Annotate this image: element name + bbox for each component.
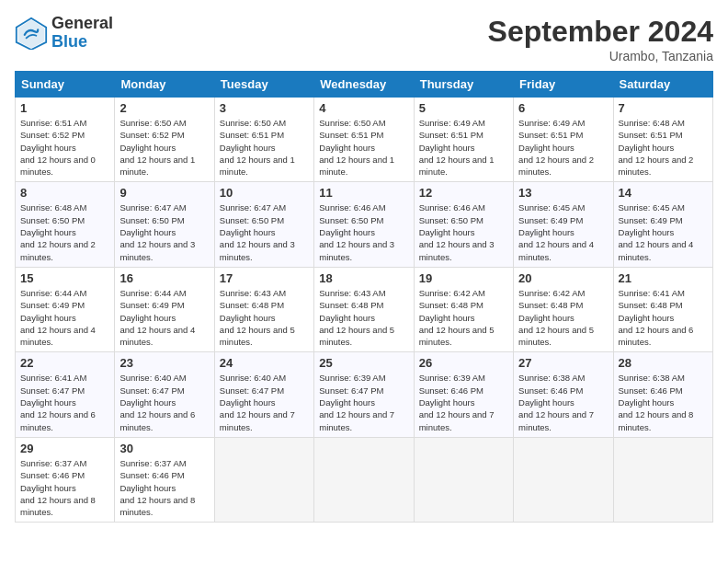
- calendar-cell: 16 Sunrise: 6:44 AM Sunset: 6:49 PM Dayl…: [115, 267, 214, 351]
- calendar-cell: 22 Sunrise: 6:41 AM Sunset: 6:47 PM Dayl…: [16, 352, 115, 437]
- calendar-cell: 5 Sunrise: 6:49 AM Sunset: 6:51 PM Dayli…: [414, 98, 513, 182]
- day-number: 26: [419, 356, 508, 370]
- day-number: 16: [119, 271, 209, 285]
- header-row: Sunday Monday Tuesday Wednesday Thursday…: [16, 72, 713, 98]
- calendar-cell: 15 Sunrise: 6:44 AM Sunset: 6:49 PM Dayl…: [16, 267, 115, 351]
- calendar-cell: 6 Sunrise: 6:49 AM Sunset: 6:51 PM Dayli…: [514, 98, 613, 182]
- day-info: Sunrise: 6:48 AM Sunset: 6:51 PM Dayligh…: [619, 117, 708, 178]
- day-info: Sunrise: 6:45 AM Sunset: 6:49 PM Dayligh…: [518, 201, 608, 262]
- logo-text: General Blue: [51, 15, 113, 52]
- day-info: Sunrise: 6:40 AM Sunset: 6:47 PM Dayligh…: [119, 372, 209, 432]
- day-info: Sunrise: 6:43 AM Sunset: 6:48 PM Dayligh…: [319, 287, 408, 348]
- calendar-cell: 4 Sunrise: 6:50 AM Sunset: 6:51 PM Dayli…: [314, 98, 414, 182]
- calendar-cell: [514, 437, 613, 522]
- day-info: Sunrise: 6:47 AM Sunset: 6:50 PM Dayligh…: [119, 201, 209, 262]
- calendar-table: Sunday Monday Tuesday Wednesday Thursday…: [15, 71, 713, 523]
- day-number: 23: [119, 356, 209, 370]
- header-wednesday: Wednesday: [314, 72, 414, 98]
- day-info: Sunrise: 6:38 AM Sunset: 6:46 PM Dayligh…: [518, 372, 608, 432]
- calendar-cell: 20 Sunrise: 6:42 AM Sunset: 6:48 PM Dayl…: [514, 267, 613, 351]
- header-saturday: Saturday: [613, 72, 712, 98]
- calendar-cell: 23 Sunrise: 6:40 AM Sunset: 6:47 PM Dayl…: [115, 352, 214, 437]
- day-number: 6: [518, 101, 608, 115]
- page-header: General Blue September 2024 Urambo, Tanz…: [15, 15, 713, 63]
- day-info: Sunrise: 6:49 AM Sunset: 6:51 PM Dayligh…: [518, 117, 608, 178]
- day-number: 28: [619, 356, 708, 370]
- day-info: Sunrise: 6:44 AM Sunset: 6:49 PM Dayligh…: [20, 287, 109, 348]
- calendar-cell: 9 Sunrise: 6:47 AM Sunset: 6:50 PM Dayli…: [115, 182, 214, 267]
- calendar-cell: 17 Sunrise: 6:43 AM Sunset: 6:48 PM Dayl…: [214, 267, 313, 351]
- day-info: Sunrise: 6:41 AM Sunset: 6:47 PM Dayligh…: [20, 372, 109, 432]
- day-number: 14: [619, 186, 708, 200]
- day-info: Sunrise: 6:47 AM Sunset: 6:50 PM Dayligh…: [220, 201, 309, 262]
- day-info: Sunrise: 6:39 AM Sunset: 6:47 PM Dayligh…: [319, 372, 408, 432]
- logo-general-text: General: [51, 15, 113, 33]
- day-number: 8: [20, 186, 109, 200]
- day-info: Sunrise: 6:41 AM Sunset: 6:48 PM Dayligh…: [619, 287, 708, 348]
- calendar-cell: 21 Sunrise: 6:41 AM Sunset: 6:48 PM Dayl…: [613, 267, 712, 351]
- calendar-cell: 28 Sunrise: 6:38 AM Sunset: 6:46 PM Dayl…: [613, 352, 712, 437]
- day-number: 9: [119, 186, 209, 200]
- day-info: Sunrise: 6:38 AM Sunset: 6:46 PM Dayligh…: [619, 372, 708, 432]
- day-number: 15: [20, 271, 109, 285]
- day-number: 20: [518, 271, 608, 285]
- day-info: Sunrise: 6:37 AM Sunset: 6:46 PM Dayligh…: [119, 457, 209, 518]
- calendar-cell: [414, 437, 513, 522]
- calendar-cell: 27 Sunrise: 6:38 AM Sunset: 6:46 PM Dayl…: [514, 352, 613, 437]
- calendar-week-1: 1 Sunrise: 6:51 AM Sunset: 6:52 PM Dayli…: [16, 98, 713, 182]
- day-number: 3: [220, 101, 309, 115]
- day-number: 21: [619, 271, 708, 285]
- day-number: 27: [518, 356, 608, 370]
- day-number: 19: [419, 271, 508, 285]
- day-info: Sunrise: 6:44 AM Sunset: 6:49 PM Dayligh…: [119, 287, 209, 348]
- day-info: Sunrise: 6:49 AM Sunset: 6:51 PM Dayligh…: [419, 117, 508, 178]
- day-info: Sunrise: 6:43 AM Sunset: 6:48 PM Dayligh…: [220, 287, 309, 348]
- day-number: 13: [518, 186, 608, 200]
- logo: General Blue: [15, 15, 113, 52]
- calendar-cell: 13 Sunrise: 6:45 AM Sunset: 6:49 PM Dayl…: [514, 182, 613, 267]
- calendar-cell: 1 Sunrise: 6:51 AM Sunset: 6:52 PM Dayli…: [16, 98, 115, 182]
- day-number: 17: [220, 271, 309, 285]
- header-friday: Friday: [514, 72, 613, 98]
- day-info: Sunrise: 6:45 AM Sunset: 6:49 PM Dayligh…: [619, 201, 708, 262]
- header-monday: Monday: [115, 72, 214, 98]
- calendar-cell: 11 Sunrise: 6:46 AM Sunset: 6:50 PM Dayl…: [314, 182, 414, 267]
- day-info: Sunrise: 6:48 AM Sunset: 6:50 PM Dayligh…: [20, 201, 109, 262]
- location: Urambo, Tanzania: [488, 49, 713, 63]
- calendar-week-5: 29 Sunrise: 6:37 AM Sunset: 6:46 PM Dayl…: [16, 437, 713, 522]
- header-tuesday: Tuesday: [214, 72, 313, 98]
- day-info: Sunrise: 6:37 AM Sunset: 6:46 PM Dayligh…: [20, 457, 109, 518]
- day-number: 4: [319, 101, 408, 115]
- calendar-cell: 24 Sunrise: 6:40 AM Sunset: 6:47 PM Dayl…: [214, 352, 313, 437]
- day-number: 25: [319, 356, 408, 370]
- day-number: 30: [119, 442, 209, 455]
- logo-blue-text: Blue: [51, 33, 113, 52]
- calendar-cell: 30 Sunrise: 6:37 AM Sunset: 6:46 PM Dayl…: [115, 437, 214, 522]
- calendar-cell: [613, 437, 712, 522]
- day-number: 2: [119, 101, 209, 115]
- calendar-cell: [314, 437, 414, 522]
- calendar-cell: 12 Sunrise: 6:46 AM Sunset: 6:50 PM Dayl…: [414, 182, 513, 267]
- calendar-cell: 3 Sunrise: 6:50 AM Sunset: 6:51 PM Dayli…: [214, 98, 313, 182]
- calendar-week-4: 22 Sunrise: 6:41 AM Sunset: 6:47 PM Dayl…: [16, 352, 713, 437]
- title-block: September 2024 Urambo, Tanzania: [488, 15, 713, 63]
- day-info: Sunrise: 6:40 AM Sunset: 6:47 PM Dayligh…: [220, 372, 309, 432]
- month-title: September 2024: [488, 15, 713, 49]
- header-sunday: Sunday: [16, 72, 115, 98]
- calendar-cell: [214, 437, 313, 522]
- logo-icon: [15, 17, 48, 50]
- calendar-cell: 26 Sunrise: 6:39 AM Sunset: 6:46 PM Dayl…: [414, 352, 513, 437]
- calendar-cell: 14 Sunrise: 6:45 AM Sunset: 6:49 PM Dayl…: [613, 182, 712, 267]
- calendar-cell: 10 Sunrise: 6:47 AM Sunset: 6:50 PM Dayl…: [214, 182, 313, 267]
- calendar-cell: 8 Sunrise: 6:48 AM Sunset: 6:50 PM Dayli…: [16, 182, 115, 267]
- day-info: Sunrise: 6:46 AM Sunset: 6:50 PM Dayligh…: [319, 201, 408, 262]
- day-info: Sunrise: 6:42 AM Sunset: 6:48 PM Dayligh…: [518, 287, 608, 348]
- day-info: Sunrise: 6:50 AM Sunset: 6:51 PM Dayligh…: [220, 117, 309, 178]
- day-info: Sunrise: 6:50 AM Sunset: 6:52 PM Dayligh…: [119, 117, 209, 178]
- day-info: Sunrise: 6:51 AM Sunset: 6:52 PM Dayligh…: [20, 117, 109, 178]
- day-number: 22: [20, 356, 109, 370]
- day-number: 1: [20, 101, 109, 115]
- day-info: Sunrise: 6:42 AM Sunset: 6:48 PM Dayligh…: [419, 287, 508, 348]
- calendar-cell: 19 Sunrise: 6:42 AM Sunset: 6:48 PM Dayl…: [414, 267, 513, 351]
- day-number: 12: [419, 186, 508, 200]
